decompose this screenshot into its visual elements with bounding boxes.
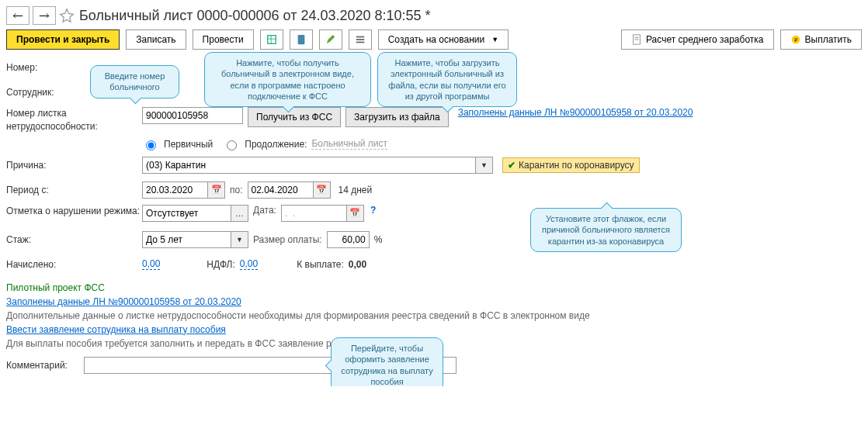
- row-reason: Причина: ▼ ✔ Карантин по коронавирусу: [6, 155, 862, 175]
- seniority-input[interactable]: [142, 231, 231, 248]
- callout-covid-checkbox: Установите этот флажок, если причиной бо…: [530, 208, 682, 252]
- date-from-input[interactable]: [142, 181, 208, 199]
- label-seniority: Стаж:: [6, 234, 142, 245]
- label-sheet-number: Номер листка нетрудоспособности:: [6, 107, 142, 133]
- post-button[interactable]: Провести: [193, 29, 254, 50]
- reason-input[interactable]: [142, 157, 476, 174]
- date-to-input[interactable]: [248, 181, 314, 199]
- label-violation: Отметка о нарушении режима:: [6, 205, 142, 218]
- row-type-radio: Первичный Продолжение: Больничный лист: [142, 138, 862, 150]
- callout-enter-number: Введите номер больничного: [90, 65, 179, 99]
- radio-continuation[interactable]: [227, 140, 237, 150]
- date-from-calendar-icon[interactable]: 📅: [208, 181, 225, 199]
- covid-checkbox-label: Карантин по коронавирусу: [519, 160, 634, 171]
- violation-more-icon[interactable]: …: [231, 205, 248, 222]
- pilot-project-header: Пилотный проект ФСС: [6, 282, 862, 293]
- label-to-pay: К выплате:: [297, 259, 344, 270]
- check-icon: ✔: [508, 160, 516, 171]
- violation-input[interactable]: [142, 205, 231, 222]
- document-icon-button[interactable]: [290, 29, 313, 50]
- label-period-to: по:: [230, 185, 243, 195]
- seniority-dropdown-icon[interactable]: ▼: [231, 231, 248, 248]
- svg-rect-3: [297, 35, 304, 44]
- edit-icon-button[interactable]: [319, 29, 342, 50]
- svg-rect-0: [267, 36, 276, 44]
- label-radio-continuation: Продолжение:: [245, 139, 307, 150]
- post-and-close-button[interactable]: Провести и закрыть: [6, 29, 120, 50]
- load-from-file-button[interactable]: Загрузить из файла: [345, 107, 449, 127]
- label-comment: Комментарий:: [6, 360, 84, 371]
- spreadsheet-icon-button[interactable]: [260, 29, 283, 50]
- row-accrued: Начислено: 0,00 НДФЛ: 0,00 К выплате: 0,…: [6, 254, 862, 275]
- covid-checkbox-wrapper[interactable]: ✔ Карантин по коронавирусу: [502, 157, 640, 173]
- row-seniority: Стаж: ▼ Размер оплаты: %: [6, 230, 862, 250]
- forward-button[interactable]: 🡒: [33, 6, 56, 25]
- violation-date-input: [281, 205, 347, 222]
- get-from-fss-button[interactable]: Получить из ФСС: [248, 107, 341, 127]
- ln-data-link[interactable]: Заполнены данные ЛН №900000105958 от 20.…: [6, 296, 241, 307]
- label-reason: Причина:: [6, 160, 142, 171]
- help-icon[interactable]: ?: [370, 205, 376, 216]
- favorite-star-icon[interactable]: [59, 8, 75, 23]
- sheet-number-input[interactable]: [142, 107, 243, 124]
- days-label: 14 дней: [339, 185, 373, 195]
- accrued-value[interactable]: 0,00: [142, 258, 160, 270]
- radio-primary[interactable]: [146, 140, 156, 150]
- calc-average-button[interactable]: Расчет среднего заработка: [621, 29, 774, 50]
- label-ndfl: НДФЛ:: [207, 259, 234, 270]
- callout-application: Перейдите, чтобы оформить заявление сотр…: [331, 337, 443, 386]
- continuation-link-disabled: Больничный лист: [311, 138, 387, 150]
- pay-button[interactable]: ₽Выплатить: [780, 29, 863, 50]
- pay-rate-input[interactable]: [327, 231, 370, 248]
- label-radio-primary: Первичный: [164, 139, 213, 150]
- label-pay-rate: Размер оплаты:: [253, 234, 322, 245]
- toolbar: Провести и закрыть Записать Провести Соз…: [6, 29, 862, 50]
- label-period-from: Период с:: [6, 185, 142, 195]
- row-period: Период с: 📅 по: 📅 14 дней: [6, 180, 862, 200]
- reason-dropdown-icon[interactable]: ▼: [476, 157, 493, 174]
- ln-data-link-inline[interactable]: Заполнены данные ЛН №900000105958 от 20.…: [458, 107, 693, 118]
- violation-date-calendar-icon: 📅: [347, 205, 364, 222]
- label-date: Дата:: [253, 205, 276, 216]
- create-based-on-button[interactable]: Создать на основании▼: [378, 29, 509, 50]
- ndfl-value[interactable]: 0,00: [240, 258, 258, 270]
- form-container: 🡐 🡒 Больничный лист 0000-000006 от 24.03…: [6, 6, 862, 375]
- list-icon-button[interactable]: [349, 29, 372, 50]
- callout-load-file: Нажмите, чтобы загрузить электронный бол…: [377, 52, 517, 107]
- callout-get-fss: Нажмите, чтобы получить больничный в эле…: [204, 52, 371, 107]
- row-violation: Отметка о нарушении режима: … Дата: 📅 ?: [6, 205, 862, 225]
- to-pay-value: 0,00: [349, 259, 366, 270]
- label-accrued: Начислено:: [6, 259, 142, 270]
- write-button[interactable]: Записать: [126, 29, 186, 50]
- percent-label: %: [374, 234, 383, 245]
- back-button[interactable]: 🡐: [6, 6, 30, 25]
- date-to-calendar-icon[interactable]: 📅: [314, 181, 331, 199]
- enter-application-link[interactable]: Ввести заявление сотрудника на выплату п…: [6, 324, 226, 335]
- header-row: 🡐 🡒 Больничный лист 0000-000006 от 24.03…: [6, 6, 862, 25]
- row-sheet-number: Номер листка нетрудоспособности: Получит…: [6, 107, 862, 133]
- page-title: Больничный лист 0000-000006 от 24.03.202…: [79, 8, 431, 24]
- extra-data-note: Дополнительные данные о листке нетрудосп…: [6, 310, 862, 321]
